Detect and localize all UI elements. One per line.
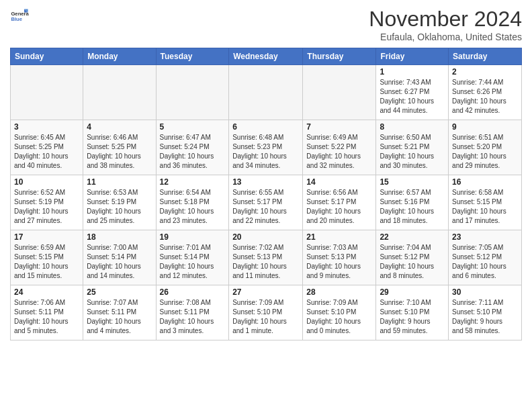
day-cell: [83, 65, 156, 120]
day-cell: 30Sunrise: 7:11 AMSunset: 5:10 PMDayligh…: [449, 285, 522, 340]
day-number: 1: [380, 67, 445, 77]
day-cell: 15Sunrise: 6:57 AMSunset: 5:16 PMDayligh…: [376, 175, 449, 230]
day-number: 13: [232, 177, 299, 187]
day-number: 19: [160, 232, 226, 242]
day-info: Sunrise: 6:58 AMSunset: 5:15 PMDaylight:…: [452, 188, 518, 226]
day-number: 20: [232, 232, 299, 242]
day-cell: 20Sunrise: 7:02 AMSunset: 5:13 PMDayligh…: [229, 230, 303, 285]
day-cell: [156, 65, 229, 120]
location: Eufaula, Oklahoma, United States: [369, 32, 522, 42]
day-cell: 7Sunrise: 6:49 AMSunset: 5:22 PMDaylight…: [303, 120, 376, 175]
day-cell: 21Sunrise: 7:03 AMSunset: 5:13 PMDayligh…: [303, 230, 376, 285]
day-number: 8: [380, 122, 445, 132]
week-row-4: 24Sunrise: 7:06 AMSunset: 5:11 PMDayligh…: [11, 285, 522, 340]
day-cell: [303, 65, 376, 120]
calendar-header-row: SundayMondayTuesdayWednesdayThursdayFrid…: [11, 48, 522, 65]
day-info: Sunrise: 7:00 AMSunset: 5:14 PMDaylight:…: [87, 243, 152, 281]
day-number: 28: [306, 287, 372, 297]
day-cell: 26Sunrise: 7:08 AMSunset: 5:11 PMDayligh…: [156, 285, 229, 340]
day-number: 22: [380, 232, 445, 242]
day-info: Sunrise: 7:03 AMSunset: 5:13 PMDaylight:…: [306, 243, 372, 281]
header-monday: Monday: [83, 48, 156, 65]
day-cell: 1Sunrise: 7:43 AMSunset: 6:27 PMDaylight…: [376, 65, 449, 120]
day-cell: 9Sunrise: 6:51 AMSunset: 5:20 PMDaylight…: [449, 120, 522, 175]
month-title: November 2024: [369, 7, 522, 32]
day-cell: 4Sunrise: 6:46 AMSunset: 5:25 PMDaylight…: [83, 120, 156, 175]
day-info: Sunrise: 6:46 AMSunset: 5:25 PMDaylight:…: [87, 133, 152, 171]
day-info: Sunrise: 7:04 AMSunset: 5:12 PMDaylight:…: [380, 243, 445, 281]
day-number: 6: [232, 122, 299, 132]
week-row-2: 10Sunrise: 6:52 AMSunset: 5:19 PMDayligh…: [11, 175, 522, 230]
day-info: Sunrise: 6:47 AMSunset: 5:24 PMDaylight:…: [160, 133, 226, 171]
day-info: Sunrise: 7:09 AMSunset: 5:10 PMDaylight:…: [232, 298, 299, 336]
day-number: 17: [14, 232, 79, 242]
day-number: 18: [87, 232, 152, 242]
day-info: Sunrise: 6:45 AMSunset: 5:25 PMDaylight:…: [14, 133, 79, 171]
day-number: 14: [306, 177, 372, 187]
day-cell: 19Sunrise: 7:01 AMSunset: 5:14 PMDayligh…: [156, 230, 229, 285]
day-info: Sunrise: 6:54 AMSunset: 5:18 PMDaylight:…: [160, 188, 226, 226]
day-info: Sunrise: 7:09 AMSunset: 5:10 PMDaylight:…: [306, 298, 372, 336]
day-cell: 29Sunrise: 7:10 AMSunset: 5:10 PMDayligh…: [376, 285, 449, 340]
week-row-3: 17Sunrise: 6:59 AMSunset: 5:15 PMDayligh…: [11, 230, 522, 285]
logo: General Blue: [10, 7, 29, 26]
day-info: Sunrise: 6:59 AMSunset: 5:15 PMDaylight:…: [14, 243, 79, 281]
day-number: 4: [87, 122, 152, 132]
header: General Blue November 2024 Eufaula, Okla…: [10, 7, 522, 42]
day-info: Sunrise: 7:01 AMSunset: 5:14 PMDaylight:…: [160, 243, 226, 281]
logo-icon: General Blue: [10, 7, 29, 26]
day-info: Sunrise: 6:53 AMSunset: 5:19 PMDaylight:…: [87, 188, 152, 226]
day-number: 10: [14, 177, 79, 187]
day-info: Sunrise: 7:44 AMSunset: 6:26 PMDaylight:…: [452, 78, 518, 116]
day-number: 30: [452, 287, 518, 297]
title-section: November 2024 Eufaula, Oklahoma, United …: [369, 7, 522, 42]
day-cell: 18Sunrise: 7:00 AMSunset: 5:14 PMDayligh…: [83, 230, 156, 285]
day-cell: 27Sunrise: 7:09 AMSunset: 5:10 PMDayligh…: [229, 285, 303, 340]
day-info: Sunrise: 6:55 AMSunset: 5:17 PMDaylight:…: [232, 188, 299, 226]
day-number: 29: [380, 287, 445, 297]
header-sunday: Sunday: [11, 48, 83, 65]
day-number: 23: [452, 232, 518, 242]
day-info: Sunrise: 6:51 AMSunset: 5:20 PMDaylight:…: [452, 133, 518, 171]
day-cell: 28Sunrise: 7:09 AMSunset: 5:10 PMDayligh…: [303, 285, 376, 340]
day-cell: 17Sunrise: 6:59 AMSunset: 5:15 PMDayligh…: [11, 230, 83, 285]
header-tuesday: Tuesday: [156, 48, 229, 65]
day-info: Sunrise: 7:11 AMSunset: 5:10 PMDaylight:…: [452, 298, 518, 336]
day-cell: 2Sunrise: 7:44 AMSunset: 6:26 PMDaylight…: [449, 65, 522, 120]
day-info: Sunrise: 6:48 AMSunset: 5:23 PMDaylight:…: [232, 133, 299, 171]
header-wednesday: Wednesday: [229, 48, 303, 65]
day-cell: [11, 65, 83, 120]
day-info: Sunrise: 7:43 AMSunset: 6:27 PMDaylight:…: [380, 78, 445, 116]
header-saturday: Saturday: [449, 48, 522, 65]
day-cell: 11Sunrise: 6:53 AMSunset: 5:19 PMDayligh…: [83, 175, 156, 230]
day-number: 21: [306, 232, 372, 242]
day-info: Sunrise: 7:10 AMSunset: 5:10 PMDaylight:…: [380, 298, 445, 336]
day-number: 3: [14, 122, 79, 132]
day-cell: 6Sunrise: 6:48 AMSunset: 5:23 PMDaylight…: [229, 120, 303, 175]
day-cell: 25Sunrise: 7:07 AMSunset: 5:11 PMDayligh…: [83, 285, 156, 340]
day-number: 24: [14, 287, 79, 297]
day-cell: 23Sunrise: 7:05 AMSunset: 5:12 PMDayligh…: [449, 230, 522, 285]
day-number: 16: [452, 177, 518, 187]
day-cell: 8Sunrise: 6:50 AMSunset: 5:21 PMDaylight…: [376, 120, 449, 175]
day-number: 9: [452, 122, 518, 132]
day-number: 11: [87, 177, 152, 187]
day-cell: 5Sunrise: 6:47 AMSunset: 5:24 PMDaylight…: [156, 120, 229, 175]
svg-text:Blue: Blue: [11, 16, 22, 22]
day-cell: 12Sunrise: 6:54 AMSunset: 5:18 PMDayligh…: [156, 175, 229, 230]
header-thursday: Thursday: [303, 48, 376, 65]
day-cell: 16Sunrise: 6:58 AMSunset: 5:15 PMDayligh…: [449, 175, 522, 230]
day-cell: [229, 65, 303, 120]
week-row-1: 3Sunrise: 6:45 AMSunset: 5:25 PMDaylight…: [11, 120, 522, 175]
day-cell: 13Sunrise: 6:55 AMSunset: 5:17 PMDayligh…: [229, 175, 303, 230]
day-info: Sunrise: 7:07 AMSunset: 5:11 PMDaylight:…: [87, 298, 152, 336]
day-info: Sunrise: 6:56 AMSunset: 5:17 PMDaylight:…: [306, 188, 372, 226]
week-row-0: 1Sunrise: 7:43 AMSunset: 6:27 PMDaylight…: [11, 65, 522, 120]
day-cell: 3Sunrise: 6:45 AMSunset: 5:25 PMDaylight…: [11, 120, 83, 175]
calendar-table: SundayMondayTuesdayWednesdayThursdayFrid…: [10, 48, 522, 340]
day-number: 25: [87, 287, 152, 297]
day-number: 15: [380, 177, 445, 187]
day-number: 2: [452, 67, 518, 77]
day-number: 7: [306, 122, 372, 132]
day-cell: 14Sunrise: 6:56 AMSunset: 5:17 PMDayligh…: [303, 175, 376, 230]
